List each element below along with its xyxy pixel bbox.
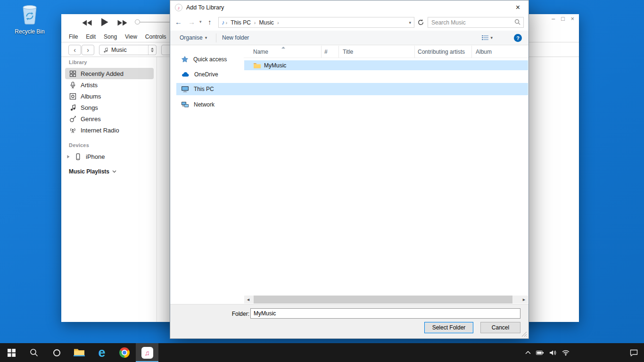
scroll-left-arrow[interactable]: ◀ [244, 296, 252, 304]
new-folder-button[interactable]: New folder [222, 31, 249, 45]
sidebar-item-albums[interactable]: Albums [65, 90, 154, 102]
breadcrumb-music[interactable]: Music [257, 19, 276, 26]
column-header-title[interactable]: Title [339, 46, 415, 58]
refresh-button[interactable] [417, 19, 424, 28]
breadcrumb-chevron-icon[interactable]: › [276, 20, 280, 25]
sidebar-item-artists[interactable]: Artists [65, 79, 154, 90]
taskbar-chrome-button[interactable] [113, 343, 136, 362]
file-explorer-icon [74, 348, 85, 357]
itunes-maximize-button[interactable]: □ [561, 16, 565, 22]
help-button[interactable]: ? [514, 34, 522, 42]
dialog-main: Quick access OneDrive This PC Network [170, 46, 528, 304]
menu-song[interactable]: Song [104, 33, 117, 40]
taskbar-file-explorer-button[interactable] [68, 343, 91, 362]
stepper-down-icon [151, 50, 154, 52]
dialog-titlebar[interactable]: ♪ Add To Library × [170, 0, 528, 15]
nav-back-button[interactable]: ← [175, 18, 182, 26]
folder-name-input[interactable] [250, 308, 520, 319]
search-input[interactable] [428, 19, 512, 26]
address-dropdown-caret[interactable]: ▾ [409, 20, 414, 25]
menu-view[interactable]: View [125, 33, 137, 40]
add-to-library-dialog: ♪ Add To Library × ← → ▾ ↑ ♪ › This PC ›… [170, 0, 529, 339]
sidebar-item-label: Recently Added [81, 70, 124, 77]
dialog-close-button[interactable]: × [507, 0, 528, 14]
column-header-number[interactable]: # [322, 46, 339, 58]
cortana-icon [53, 349, 60, 356]
column-header-name[interactable]: Name [245, 46, 322, 58]
sidebar-item-internet-radio[interactable]: Internet Radio [65, 124, 154, 136]
stepper-up-icon [151, 48, 154, 49]
expand-chevron-icon[interactable] [66, 155, 70, 159]
menu-edit[interactable]: Edit [86, 33, 96, 40]
recycle-bin[interactable]: Recycle Bin [10, 4, 49, 35]
column-header-contributing-artists[interactable]: Contributing artists [415, 46, 472, 58]
sidebar-item-label: Internet Radio [81, 127, 119, 134]
menu-file[interactable]: File [69, 33, 78, 40]
toolbar-separator [216, 33, 216, 42]
organise-button[interactable]: Organise ▾ [180, 31, 207, 45]
sidebar-item-label: Songs [81, 104, 98, 111]
selector-stepper[interactable] [148, 45, 156, 55]
column-header-album[interactable]: Album [472, 46, 529, 58]
itunes-minimize-button[interactable]: – [552, 16, 555, 22]
battery-icon[interactable] [536, 350, 544, 355]
horizontal-scrollbar[interactable]: ◀ ▶ [244, 296, 528, 304]
taskbar-itunes-button[interactable]: ♫ [136, 343, 158, 362]
taskbar-search-button[interactable] [23, 343, 45, 362]
sidebar-item-genres[interactable]: Genres [65, 113, 154, 124]
fast-forward-button[interactable] [117, 19, 127, 28]
nav-forward-button[interactable]: → [188, 18, 195, 26]
sidebar-item-songs[interactable]: Songs [65, 102, 154, 113]
media-type-selector[interactable]: Music [99, 45, 157, 55]
itunes-icon: ♫ [141, 347, 153, 359]
fast-forward-icon [117, 20, 127, 26]
scroll-right-arrow[interactable]: ▶ [520, 296, 528, 304]
file-name: MyMusic [264, 62, 286, 69]
nav-history-caret[interactable]: ▾ [199, 19, 202, 24]
taskbar-cortana-button[interactable] [45, 343, 68, 362]
rewind-button[interactable] [82, 19, 92, 28]
recycle-bin-icon [20, 4, 40, 25]
rewind-icon [82, 20, 92, 26]
dialog-nav-row: ← → ▾ ↑ ♪ › This PC › Music › ▾ [170, 15, 528, 31]
select-folder-button[interactable]: Select Folder [424, 322, 473, 333]
view-list-icon [481, 34, 489, 41]
view-caret-icon: ▾ [490, 31, 493, 45]
list-header: Name # Title Contributing artists Album [244, 46, 528, 58]
sidebar-item-recently-added[interactable]: Recently Added [65, 68, 154, 79]
action-center-button[interactable] [630, 343, 638, 362]
address-bar[interactable]: ♪ › This PC › Music › ▾ [218, 17, 414, 28]
dialog-title: Add To Library [186, 0, 224, 15]
scrollbar-thumb[interactable] [254, 296, 512, 304]
system-tray [525, 343, 570, 362]
search-icon[interactable] [512, 18, 523, 27]
network-icon [181, 101, 189, 108]
change-view-button[interactable]: ▾ [481, 31, 493, 45]
volume-slider-knob[interactable] [135, 19, 140, 25]
folder-icon [253, 62, 261, 69]
resize-grip[interactable] [521, 331, 527, 337]
play-button[interactable] [101, 18, 108, 28]
start-button[interactable] [0, 343, 23, 362]
breadcrumb-this-pc[interactable]: This PC [228, 19, 253, 26]
star-icon [181, 56, 189, 63]
tray-chevron-up-icon[interactable] [525, 351, 531, 354]
refresh-icon [417, 19, 424, 26]
volume-icon[interactable] [549, 350, 557, 356]
computer-icon [181, 85, 189, 93]
volume-slider-track[interactable] [138, 22, 170, 23]
cancel-button[interactable]: Cancel [480, 322, 520, 333]
taskbar-edge-button[interactable]: e [91, 343, 113, 362]
collapse-chevron-icon [112, 170, 116, 173]
music-playlists-header[interactable]: Music Playlists [69, 168, 116, 175]
menu-controls[interactable]: Controls [145, 33, 166, 40]
nav-up-button[interactable]: ↑ [208, 18, 212, 26]
itunes-back-button[interactable]: ‹ [68, 45, 81, 55]
itunes-forward-button[interactable]: › [82, 45, 94, 55]
sidebar-item-label: Genres [81, 115, 101, 123]
breadcrumb-chevron-icon[interactable]: › [253, 20, 257, 25]
itunes-close-button[interactable]: × [571, 16, 574, 22]
file-row-mymusic[interactable]: MyMusic [244, 60, 528, 70]
wifi-icon[interactable] [562, 350, 570, 356]
sidebar-item-iphone[interactable]: iPhone [65, 151, 154, 162]
